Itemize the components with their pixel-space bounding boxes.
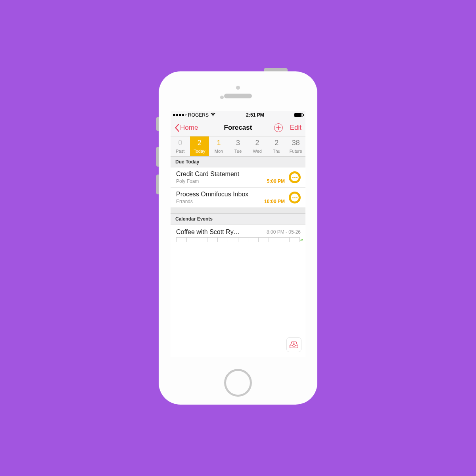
forecast-day-wed[interactable]: 2Wed (248, 136, 267, 156)
day-count: 3 (228, 139, 248, 147)
day-label: Future (286, 149, 305, 154)
forecast-day-mon[interactable]: 1Mon (209, 136, 228, 156)
day-label: Today (190, 149, 209, 154)
task-title: Credit Card Statement (176, 171, 285, 178)
sensor-dot (220, 96, 224, 99)
task-due-time: 5:00 PM (267, 178, 285, 184)
day-label: Wed (248, 149, 267, 154)
day-label: Mon (209, 149, 228, 154)
edit-button[interactable]: Edit (290, 124, 301, 132)
status-bar: ROGERS 2:51 PM (171, 111, 305, 119)
day-count: 2 (248, 139, 267, 147)
event-title: Coffee with Scott Ry… (176, 228, 267, 236)
event-time: 8:00 PM - 05-26 (267, 229, 301, 235)
section-header-calendar: Calendar Events (171, 213, 305, 225)
task-row[interactable]: Credit Card StatementPoly Foam5:00 PM (171, 167, 305, 188)
forecast-day-future[interactable]: 38Future (286, 136, 305, 156)
task-due-time: 10:00 PM (264, 199, 285, 204)
speaker-grille (224, 94, 252, 98)
forecast-day-thu[interactable]: 2Thu (267, 136, 286, 156)
task-status-circle[interactable] (289, 171, 301, 183)
day-label: Past (171, 149, 190, 154)
quick-inbox-button[interactable] (286, 337, 301, 352)
day-count: 2 (267, 139, 286, 147)
task-project: Errands (176, 199, 193, 204)
task-status-circle[interactable] (289, 192, 301, 203)
battery-icon (294, 113, 303, 117)
signal-icon (173, 114, 186, 116)
fast-forward-icon[interactable]: » (300, 236, 303, 242)
event-timeline[interactable]: » (171, 237, 305, 244)
forecast-day-tue[interactable]: 3Tue (228, 136, 248, 156)
phone-mockup: ROGERS 2:51 PM Home Forecast (159, 71, 317, 405)
home-button[interactable] (224, 369, 252, 397)
day-label: Thu (267, 149, 286, 154)
back-button[interactable]: Home (175, 124, 198, 132)
task-row[interactable]: Process Omnifocus InboxErrands10:00 PM (171, 188, 305, 208)
more-dots-icon (292, 177, 298, 178)
day-count: 1 (209, 139, 228, 147)
task-list: Credit Card StatementPoly Foam5:00 PMPro… (171, 167, 305, 208)
app-screen: ROGERS 2:51 PM Home Forecast (171, 111, 305, 357)
carrier-label: ROGERS (188, 112, 209, 118)
section-header-due-today: Due Today (171, 156, 305, 167)
chevron-left-icon (175, 124, 180, 132)
back-label: Home (180, 124, 198, 132)
task-project: Poly Foam (176, 178, 199, 184)
inbox-icon (289, 341, 299, 349)
day-count: 2 (190, 139, 209, 147)
forecast-day-today[interactable]: 2Today (190, 136, 209, 156)
forecast-day-strip: 0Past2Today1Mon3Tue2Wed2Thu38Future (171, 136, 305, 156)
calendar-event-row[interactable]: Coffee with Scott Ry…8:00 PM - 05-26 (171, 225, 305, 237)
plus-icon (276, 125, 281, 130)
forecast-day-past[interactable]: 0Past (171, 136, 190, 156)
day-count: 0 (171, 139, 190, 147)
day-count: 38 (286, 139, 305, 147)
section-gap (171, 208, 305, 213)
camera-dot (236, 86, 240, 90)
nav-bar: Home Forecast Edit (171, 119, 305, 136)
event-list: Coffee with Scott Ry…8:00 PM - 05-26 (171, 225, 305, 237)
wifi-icon (210, 112, 216, 118)
add-button[interactable] (274, 123, 283, 132)
status-time: 2:51 PM (246, 112, 264, 118)
more-dots-icon (292, 197, 298, 198)
day-label: Tue (228, 149, 248, 154)
task-title: Process Omnifocus Inbox (176, 191, 285, 198)
